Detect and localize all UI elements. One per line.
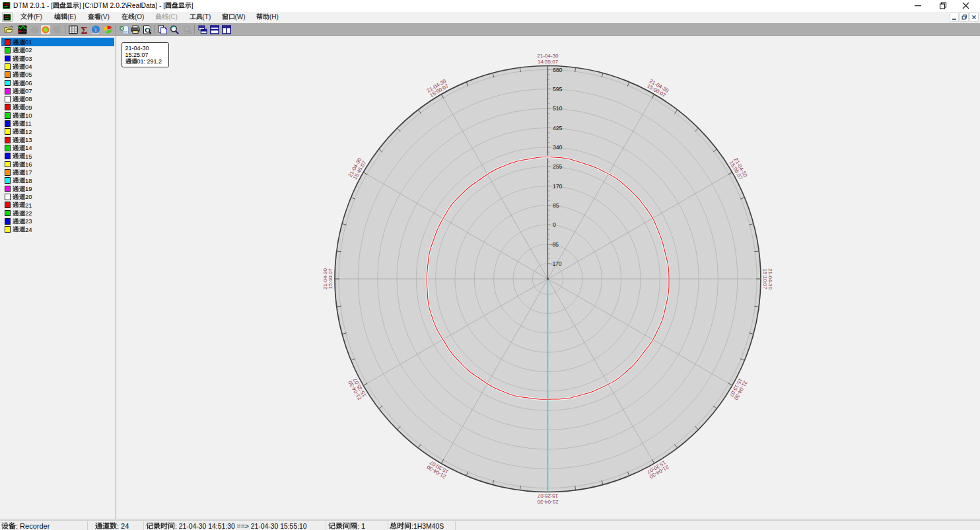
svg-text:595: 595 bbox=[553, 86, 562, 93]
svg-text:85: 85 bbox=[553, 202, 559, 209]
svg-text:680: 680 bbox=[553, 67, 562, 73]
svg-text:170: 170 bbox=[553, 183, 562, 190]
svg-text:255: 255 bbox=[553, 163, 562, 170]
svg-text:15:25:07: 15:25:07 bbox=[537, 493, 558, 499]
svg-text:0: 0 bbox=[553, 221, 556, 228]
svg-text:340: 340 bbox=[553, 144, 562, 151]
svg-text:-170: -170 bbox=[551, 260, 562, 267]
svg-text:14:55:07: 14:55:07 bbox=[538, 59, 559, 65]
svg-text:425: 425 bbox=[553, 125, 562, 132]
svg-text:-85: -85 bbox=[551, 241, 559, 248]
svg-text:i: i bbox=[94, 26, 96, 34]
svg-text:510: 510 bbox=[553, 105, 562, 112]
svg-text:15:40:07: 15:40:07 bbox=[328, 268, 333, 289]
svg-text:15:10:07: 15:10:07 bbox=[762, 268, 768, 289]
svg-text:Σ: Σ bbox=[81, 25, 87, 34]
